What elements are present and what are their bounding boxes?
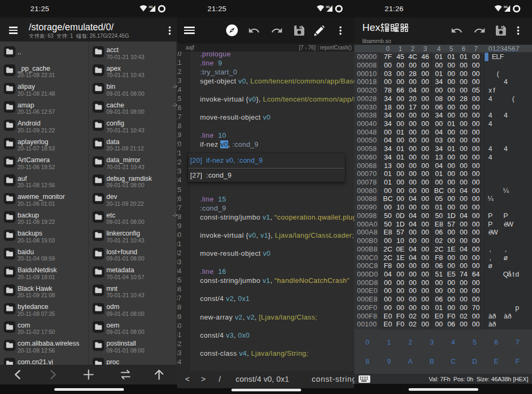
- svg-text:3G: 3G: [326, 5, 330, 9]
- svg-text:3G: 3G: [149, 5, 153, 9]
- svg-text:3G: 3G: [504, 5, 508, 9]
